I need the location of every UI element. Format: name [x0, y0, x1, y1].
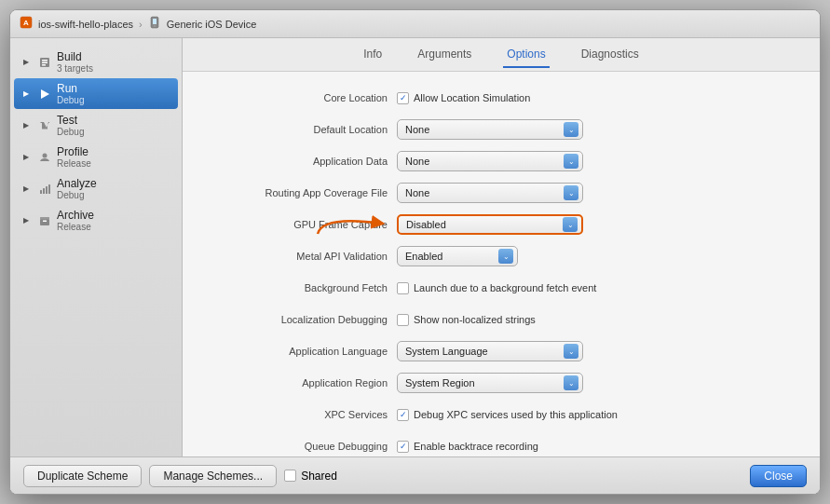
svg-rect-5	[42, 60, 48, 61]
test-icon	[38, 119, 51, 132]
profile-icon	[38, 151, 51, 164]
xpc-services-label: XPC Services	[201, 409, 397, 420]
routing-app-select[interactable]: None ⌄	[397, 183, 583, 203]
app-language-arrow-icon: ⌄	[564, 344, 578, 359]
localization-label: Localization Debugging	[201, 314, 397, 325]
metal-api-value: Enabled ⌄	[397, 246, 801, 266]
close-button[interactable]: Close	[750, 465, 807, 487]
core-location-label: Core Location	[201, 92, 397, 103]
sidebar-item-profile[interactable]: ▶ Profile Release	[14, 142, 178, 172]
device-icon	[148, 16, 161, 32]
application-data-row: Application Data None ⌄	[201, 150, 801, 172]
metal-api-arrow-icon: ⌄	[498, 249, 513, 264]
application-data-value: None ⌄	[397, 151, 801, 171]
app-language-row: Application Language System Language ⌄	[201, 340, 801, 362]
gpu-frame-capture-value: Disabled ⌄	[397, 214, 801, 235]
tab-options[interactable]: Options	[503, 42, 549, 68]
sidebar-item-archive[interactable]: ▶ Archive Release	[14, 205, 178, 236]
svg-rect-16	[40, 217, 49, 220]
default-location-select[interactable]: None ⌄	[397, 119, 583, 140]
localization-text: Show non-localized strings	[414, 314, 536, 325]
application-data-select-wrapper: None ⌄	[397, 151, 583, 171]
default-location-select-wrapper: None ⌄	[397, 119, 583, 140]
application-data-arrow-icon: ⌄	[564, 154, 578, 169]
archive-icon	[38, 214, 51, 227]
main-content: ▶ Build 3 targets ▶	[10, 38, 820, 456]
svg-rect-15	[40, 219, 49, 225]
bottom-bar: Duplicate Scheme Manage Schemes... Share…	[10, 456, 820, 494]
sidebar-item-analyze[interactable]: ▶ Analyze Debug	[14, 173, 178, 204]
dialog-window: A ios-swift-hello-places › Generic iOS D…	[9, 9, 821, 495]
routing-app-value: None ⌄	[397, 183, 801, 203]
build-label: Build 3 targets	[57, 50, 93, 74]
background-fetch-checkbox[interactable]	[397, 282, 409, 294]
queue-debugging-checkbox-wrapper[interactable]: Enable backtrace recording	[397, 441, 538, 453]
title-separator: ›	[139, 19, 143, 30]
localization-checkbox[interactable]	[397, 314, 409, 326]
analyze-arrow-icon: ▶	[23, 184, 33, 193]
application-data-label: Application Data	[201, 156, 397, 167]
app-language-value: System Language ⌄	[397, 341, 801, 361]
svg-rect-11	[40, 190, 42, 194]
gpu-frame-capture-select-wrapper: Disabled ⌄	[397, 214, 583, 235]
queue-debugging-text: Enable backtrace recording	[414, 441, 538, 452]
application-data-select[interactable]: None ⌄	[397, 151, 583, 171]
svg-rect-17	[43, 220, 47, 222]
app-region-value: System Region ⌄	[397, 373, 801, 393]
red-arrow-annotation	[313, 211, 392, 238]
sidebar-item-test[interactable]: ▶ Test Debug	[14, 110, 178, 141]
tab-info[interactable]: Info	[360, 42, 386, 68]
duplicate-scheme-button[interactable]: Duplicate Scheme	[23, 465, 142, 487]
gpu-frame-capture-arrow-icon: ⌄	[563, 217, 578, 232]
localization-checkbox-wrapper[interactable]: Show non-localized strings	[397, 314, 536, 326]
form-content: Core Location Allow Location Simulation …	[183, 72, 820, 456]
svg-marker-8	[41, 89, 49, 99]
archive-arrow-icon: ▶	[23, 216, 33, 225]
queue-debugging-checkbox[interactable]	[397, 441, 409, 453]
run-icon	[38, 88, 51, 101]
run-label: Run Debug	[57, 82, 84, 105]
app-region-label: Application Region	[201, 377, 397, 388]
core-location-row: Core Location Allow Location Simulation	[201, 87, 801, 109]
tab-arguments[interactable]: Arguments	[414, 42, 475, 68]
xpc-services-checkbox-wrapper[interactable]: Debug XPC services used by this applicat…	[397, 409, 618, 421]
manage-schemes-button[interactable]: Manage Schemes...	[149, 465, 277, 487]
background-fetch-row: Background Fetch Launch due to a backgro…	[201, 277, 801, 299]
shared-checkbox[interactable]	[284, 470, 296, 482]
background-fetch-text: Launch due to a background fetch event	[414, 282, 596, 293]
default-location-row: Default Location None ⌄	[201, 118, 801, 141]
shared-area: Shared	[284, 470, 337, 483]
sidebar-item-run[interactable]: ▶ Run Debug	[14, 78, 178, 109]
default-location-arrow-icon: ⌄	[564, 122, 578, 137]
profile-arrow-icon: ▶	[23, 153, 33, 161]
queue-debugging-row: Queue Debugging Enable backtrace recordi…	[201, 435, 801, 456]
run-arrow-icon: ▶	[23, 89, 33, 98]
routing-app-arrow-icon: ⌄	[564, 185, 578, 200]
analyze-label: Analyze Debug	[57, 177, 97, 200]
xpc-services-checkbox[interactable]	[397, 409, 409, 421]
metal-api-label: Metal API Validation	[201, 251, 397, 262]
app-region-select-wrapper: System Region ⌄	[397, 373, 583, 393]
allow-location-label: Allow Location Simulation	[414, 92, 530, 103]
tab-bar: Info Arguments Options Diagnostics	[183, 38, 820, 72]
app-language-select[interactable]: System Language ⌄	[397, 341, 583, 361]
background-fetch-checkbox-wrapper[interactable]: Launch due to a background fetch event	[397, 282, 596, 294]
svg-rect-12	[43, 188, 45, 194]
sidebar-item-build[interactable]: ▶ Build 3 targets	[14, 47, 178, 77]
tab-diagnostics[interactable]: Diagnostics	[578, 42, 643, 68]
build-icon	[38, 56, 51, 69]
archive-label: Archive Release	[57, 209, 94, 232]
routing-app-label: Routing App Coverage File	[201, 187, 397, 198]
metal-api-select[interactable]: Enabled ⌄	[397, 246, 518, 266]
allow-location-checkbox[interactable]	[397, 92, 409, 104]
allow-location-checkbox-wrapper[interactable]: Allow Location Simulation	[397, 92, 530, 104]
right-panel: Info Arguments Options Diagnostics Core …	[183, 38, 820, 456]
app-language-select-wrapper: System Language ⌄	[397, 341, 583, 361]
analyze-icon	[38, 183, 51, 196]
svg-text:A: A	[23, 19, 29, 27]
app-region-select[interactable]: System Region ⌄	[397, 373, 583, 393]
gpu-frame-capture-select[interactable]: Disabled ⌄	[397, 214, 583, 235]
xpc-services-text: Debug XPC services used by this applicat…	[414, 409, 618, 420]
svg-point-10	[43, 153, 48, 157]
profile-label: Profile Release	[57, 145, 91, 169]
